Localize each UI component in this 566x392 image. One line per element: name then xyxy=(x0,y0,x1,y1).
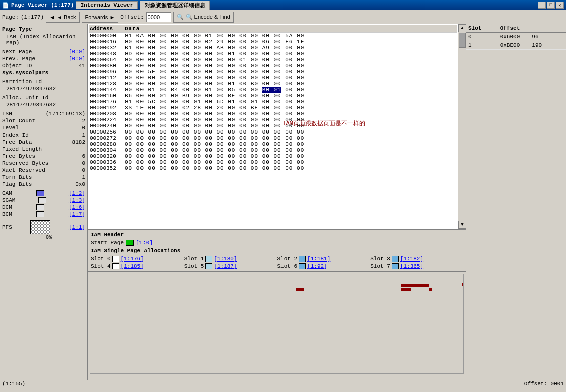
forwards-button[interactable]: Forwards ► xyxy=(82,12,119,23)
xact-reserved-value: 0 xyxy=(82,167,85,173)
lsn-label: LSN xyxy=(2,111,12,117)
data-header: Data xyxy=(125,26,456,32)
bcm-link[interactable]: [1:7] xyxy=(69,211,85,217)
address-header: Address xyxy=(90,26,125,32)
gam-link[interactable]: [1:2] xyxy=(69,190,85,196)
hex-data-bytes: B6 00 00 01 00 B9 00 00 00 BE 00 00 00 0… xyxy=(125,93,456,99)
iam-slot: Slot 1 [1:180] xyxy=(184,256,276,262)
hex-row[interactable]: 000001923S 1F 00 00 00 02 28 00 20 00 00… xyxy=(89,105,457,111)
hex-address: 00000208 xyxy=(90,111,125,117)
hex-row[interactable]: 0000032000 00 00 00 00 00 00 00 00 00 00… xyxy=(89,153,457,159)
page-label: Page: xyxy=(2,14,19,20)
hex-data-bytes: 00 00 00 00 00 00 00 00 00 00 00 00 00 0… xyxy=(125,165,456,171)
hex-row[interactable]: 0000009600 00 5E 00 00 00 00 00 00 00 00… xyxy=(89,69,457,75)
slot-label: Slot 0 xyxy=(91,256,111,262)
hex-data-bytes: 00 00 00 00 00 00 00 00 00 00 00 00 00 0… xyxy=(125,123,456,129)
hex-data-bytes: 00 00 00 00 00 00 00 00 00 00 00 00 00 0… xyxy=(125,141,456,147)
app-icon: 📄 xyxy=(2,2,9,9)
partition-id-value: 281474979397632 xyxy=(2,85,85,92)
hex-row[interactable]: 0000012800 00 00 00 00 00 00 00 00 01 00… xyxy=(89,81,457,87)
hex-content[interactable]: Address Data 0000000001 0A 00 00 00 00 0… xyxy=(88,24,458,229)
hex-row[interactable]: 0000030400 00 00 00 00 00 00 00 00 00 00… xyxy=(89,147,457,153)
slot-color-indicator xyxy=(299,263,306,269)
slot-col-header: Slot xyxy=(468,25,500,31)
slot-row[interactable]: 1 0xBE00 190 xyxy=(466,41,566,50)
start-page-link[interactable]: [1:0] xyxy=(136,240,153,246)
slot-link[interactable]: [1:182] xyxy=(400,256,423,262)
scroll-up-button[interactable]: ▲ xyxy=(458,24,466,32)
slot-link[interactable]: [1:365] xyxy=(400,263,423,269)
minimize-button[interactable]: ─ xyxy=(538,2,546,9)
next-page-link[interactable]: [0:0] xyxy=(69,49,85,55)
hex-address: 00000000 xyxy=(90,33,125,39)
bitmap-area xyxy=(88,272,466,380)
hex-row[interactable]: 0000035200 00 00 00 00 00 00 00 00 00 00… xyxy=(89,165,457,171)
right-panel-rows: 0 0x6000 96 1 0xBE00 190 xyxy=(466,33,566,50)
slot-label: Slot 3 xyxy=(370,256,390,262)
slot-link[interactable]: [1:176] xyxy=(121,256,144,262)
maximize-button[interactable]: □ xyxy=(547,2,555,9)
hex-scrollbar[interactable]: ▲ ▼ xyxy=(458,24,466,229)
hex-row[interactable]: 0000008000 00 00 00 00 00 00 00 00 00 00… xyxy=(89,63,457,69)
hex-row[interactable]: 0000025600 00 00 00 00 00 00 00 00 00 00… xyxy=(89,129,457,135)
hex-data-bytes: 00 00 00 00 00 00 00 00 00 00 00 00 00 0… xyxy=(125,75,456,81)
slot-row[interactable]: 0 0x6000 96 xyxy=(466,33,566,41)
torn-bits-label: Torn Bits xyxy=(2,174,32,180)
tab-object-detail[interactable]: 对象资源管理器详细信息 xyxy=(140,1,210,10)
hex-row[interactable]: 0000001600 00 00 00 00 00 00 02 29 00 00… xyxy=(89,39,457,45)
hex-row[interactable]: 0000022400 00 00 00 00 00 00 00 00 00 00… xyxy=(89,117,457,123)
slot-link[interactable]: [1:187] xyxy=(214,263,237,269)
bcm-color xyxy=(36,211,44,217)
slot-link[interactable]: [1:92] xyxy=(307,263,327,269)
hex-row[interactable]: 0000006400 00 00 00 00 00 00 00 00 00 01… xyxy=(89,57,457,63)
hex-row[interactable]: 0000024000 00 00 00 00 00 00 00 00 00 00… xyxy=(89,123,457,129)
slot-value: 96 xyxy=(532,34,564,40)
fixed-length-label: Fixed Length xyxy=(2,146,85,153)
slot-link[interactable]: [1:181] xyxy=(307,256,330,262)
slot-count-label: Slot Count xyxy=(2,118,35,124)
scroll-thumb[interactable] xyxy=(459,33,466,48)
hex-address: 00000144 xyxy=(90,87,125,93)
sgam-link[interactable]: [1:3] xyxy=(69,197,85,203)
hex-row[interactable]: 0000017601 00 5C 00 00 00 01 00 6D 01 00… xyxy=(89,99,457,105)
hex-row[interactable]: 00000032B1 00 00 00 00 00 00 00 AB 00 00… xyxy=(89,45,457,51)
slot-offset: 0x6000 xyxy=(500,34,532,40)
offset-input[interactable] xyxy=(146,12,171,22)
free-bytes-label: Free Bytes xyxy=(2,153,35,159)
prev-page-label: Prev. Page xyxy=(2,56,35,62)
sgam-color xyxy=(38,197,46,203)
iam-slots-title: IAM Single Page Allocations xyxy=(91,248,463,254)
bitmap-dot xyxy=(429,288,432,291)
hex-row[interactable]: 0000000001 0A 00 00 00 00 00 01 00 00 00… xyxy=(89,33,457,39)
tab-internals[interactable]: Internals Viewer xyxy=(76,1,138,9)
slot-color-indicator xyxy=(205,263,212,269)
prev-page-link[interactable]: [0:0] xyxy=(69,56,85,62)
encode-find-button[interactable]: 🔍 🔍 Encode & Find xyxy=(173,12,234,23)
hex-row[interactable]: 0000014400 00 01 00 B4 00 00 01 00 B5 00… xyxy=(89,87,457,93)
hex-data-bytes: 00 00 00 00 00 00 00 00 00 00 00 00 00 0… xyxy=(125,129,456,135)
slot-link[interactable]: [1:185] xyxy=(121,263,144,269)
hex-address: 00000256 xyxy=(90,129,125,135)
hex-row[interactable]: 0000028800 00 00 00 00 00 00 00 00 00 00… xyxy=(89,141,457,147)
hex-header: Address Data xyxy=(89,25,457,33)
scroll-down-button[interactable]: ▼ xyxy=(458,221,466,229)
close-button[interactable]: ✕ xyxy=(556,2,564,9)
hex-row[interactable]: 00000160B6 00 00 01 00 B9 00 00 00 BE 00… xyxy=(89,93,457,99)
hex-address: 00000304 xyxy=(90,147,125,153)
hex-data-bytes: 00 00 00 00 00 00 00 00 00 00 00 00 00 0… xyxy=(125,159,456,165)
start-page-label: Start Page xyxy=(91,240,124,246)
hex-address: 00000192 xyxy=(90,105,125,111)
dcm-link[interactable]: [1:6] xyxy=(69,204,85,210)
hex-row[interactable]: 0000020800 00 00 00 00 00 00 00 00 00 00… xyxy=(89,111,457,117)
back-arrow-icon: ◄ xyxy=(49,14,55,20)
center-panel: Address Data 0000000001 0A 00 00 00 00 0… xyxy=(88,24,466,380)
hex-data-bytes: 00 00 00 00 00 00 00 00 00 00 00 00 00 0… xyxy=(125,111,456,117)
hex-row[interactable]: 0000033600 00 00 00 00 00 00 00 00 00 00… xyxy=(89,159,457,165)
pfs-link[interactable]: [1:1] xyxy=(69,224,85,230)
back-button[interactable]: ◄ ◄ Back xyxy=(46,12,79,23)
slot-link[interactable]: [1:180] xyxy=(214,256,237,262)
hex-row[interactable]: 000000480D 00 00 00 00 00 00 00 00 01 00… xyxy=(89,51,457,57)
hex-row[interactable]: 0000027200 00 00 00 00 00 00 00 00 00 00… xyxy=(89,135,457,141)
flag-bits-label: Flag Bits xyxy=(2,181,32,187)
hex-row[interactable]: 0000011200 00 00 00 00 00 00 00 00 00 00… xyxy=(89,75,457,81)
